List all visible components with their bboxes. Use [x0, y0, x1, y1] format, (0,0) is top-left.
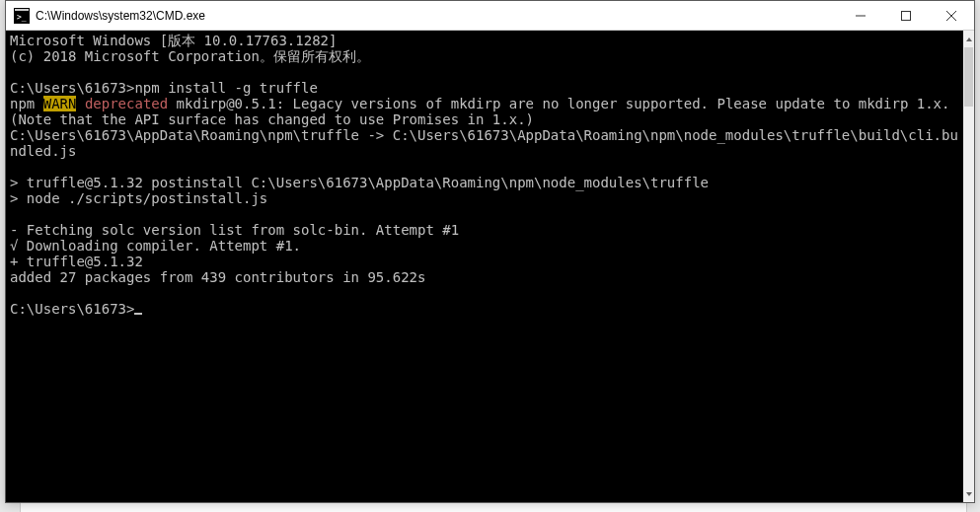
cmd-window: >_ C:\Windows\system32\CMD.exe Microsoft…: [5, 0, 975, 503]
prompt: C:\Users\61673>: [10, 301, 134, 317]
command-text: npm install -g truffle: [134, 80, 317, 96]
vertical-scrollbar[interactable]: [963, 31, 974, 502]
titlebar[interactable]: >_ C:\Windows\system32\CMD.exe: [6, 1, 974, 31]
output-line: Microsoft Windows [版本 10.0.17763.1282]: [10, 33, 337, 48]
terminal-area: Microsoft Windows [版本 10.0.17763.1282] (…: [6, 31, 974, 502]
prompt: C:\Users\61673>: [10, 80, 134, 96]
svg-rect-3: [902, 11, 911, 20]
deprecated-label: deprecated: [85, 96, 168, 111]
svg-rect-1: [15, 9, 29, 11]
warn-badge: WARN: [43, 96, 77, 111]
npm-label: npm: [10, 96, 43, 111]
svg-text:>_: >_: [17, 13, 27, 22]
cmd-icon: >_: [14, 8, 30, 24]
scroll-thumb[interactable]: [964, 47, 973, 107]
scroll-down-button[interactable]: [963, 485, 974, 502]
output-line: + truffle@5.1.32: [10, 254, 143, 269]
output-text: [76, 96, 84, 111]
output-line: C:\Users\61673\AppData\Roaming\npm\truff…: [10, 127, 958, 159]
scroll-up-button[interactable]: [963, 31, 974, 47]
output-line: > truffle@5.1.32 postinstall C:\Users\61…: [10, 175, 709, 190]
scroll-track[interactable]: [963, 47, 974, 485]
close-button[interactable]: [929, 1, 974, 31]
window-title: C:\Windows\system32\CMD.exe: [36, 9, 205, 23]
output-line: √ Downloading compiler. Attempt #1.: [10, 238, 301, 254]
terminal-output[interactable]: Microsoft Windows [版本 10.0.17763.1282] (…: [6, 31, 963, 502]
minimize-button[interactable]: [838, 1, 883, 31]
output-line: added 27 packages from 439 contributors …: [10, 269, 425, 285]
output-line: - Fetching solc version list from solc-b…: [10, 222, 459, 238]
output-line: (c) 2018 Microsoft Corporation。保留所有权利。: [10, 48, 370, 64]
maximize-button[interactable]: [883, 1, 929, 31]
cursor: [134, 313, 142, 315]
output-line: > node ./scripts/postinstall.js: [10, 190, 267, 206]
